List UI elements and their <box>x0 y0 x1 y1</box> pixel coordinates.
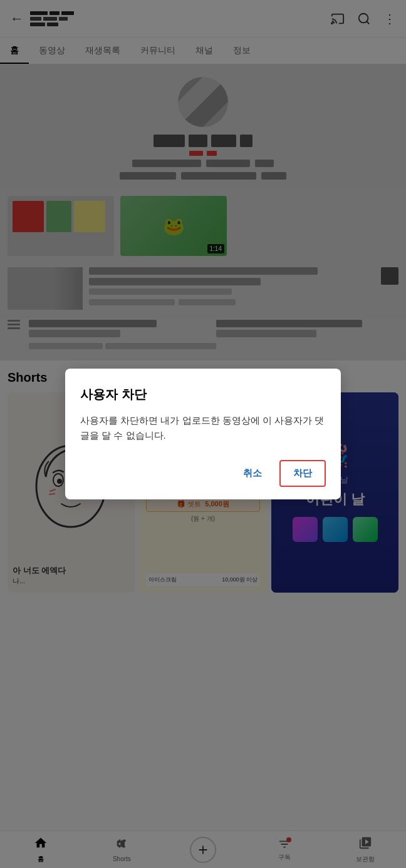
modal-overlay[interactable]: 사용자 차단 사용자를 차단하면 내가 업로드한 동영상에 이 사용자가 댓글을… <box>0 0 406 868</box>
modal-actions: 취소 차단 <box>80 460 326 487</box>
modal-description: 사용자를 차단하면 내가 업로드한 동영상에 이 사용자가 댓글을 달 수 없습… <box>80 413 326 442</box>
modal-title: 사용자 차단 <box>80 386 326 403</box>
cancel-button[interactable]: 취소 <box>231 460 274 487</box>
block-button[interactable]: 차단 <box>279 460 326 487</box>
modal-box: 사용자 차단 사용자를 차단하면 내가 업로드한 동영상에 이 사용자가 댓글을… <box>65 369 341 499</box>
